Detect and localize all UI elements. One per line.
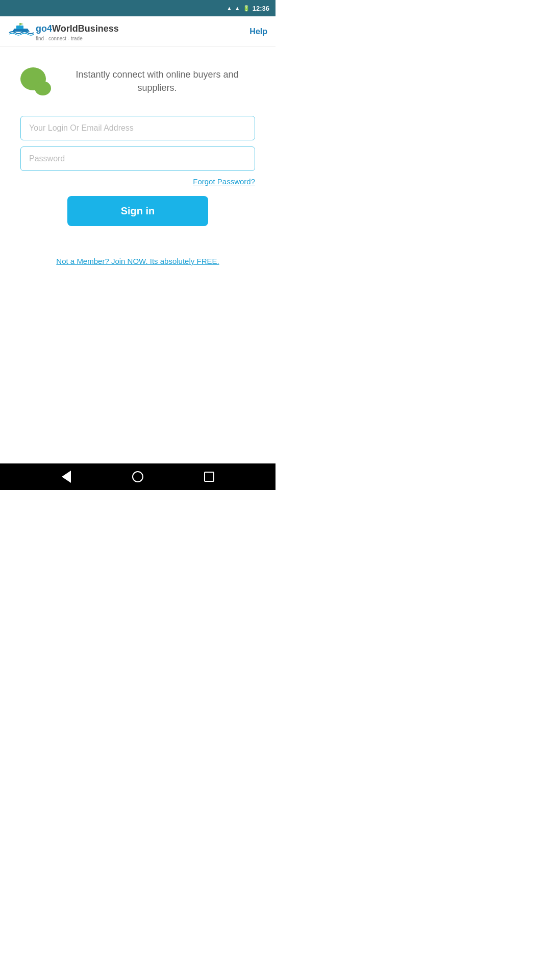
help-link[interactable]: Help — [249, 27, 267, 36]
logo-text-business: Business — [78, 23, 119, 34]
logo: go4WorldBusiness find - connect - trade — [8, 21, 119, 41]
main-content: Instantly connect with online buyers and… — [0, 47, 276, 463]
status-bar: ▲ ▲ 🔋 12:36 — [0, 0, 276, 16]
sign-in-button[interactable]: Sign in — [67, 196, 208, 226]
recents-icon — [204, 472, 214, 482]
logo-text: go4WorldBusiness — [36, 23, 119, 34]
login-form: Forgot Password? Sign in — [20, 116, 255, 226]
back-button[interactable] — [57, 468, 76, 486]
logo-text-go4: go4 — [36, 23, 52, 34]
home-button[interactable] — [129, 468, 147, 486]
password-input[interactable] — [20, 146, 255, 171]
email-input[interactable] — [20, 116, 255, 140]
top-nav: go4WorldBusiness find - connect - trade … — [0, 16, 276, 47]
wifi-icon: ▲ — [227, 5, 232, 11]
logo-main: go4WorldBusiness — [8, 21, 119, 36]
hero-section: Instantly connect with online buyers and… — [20, 67, 255, 95]
logo-ship-icon — [8, 21, 34, 36]
back-icon — [62, 471, 71, 483]
svg-marker-2 — [20, 23, 23, 25]
chat-icon-container — [20, 67, 51, 95]
hero-text: Instantly connect with online buyers and… — [59, 68, 255, 94]
status-icons: ▲ ▲ 🔋 12:36 — [227, 5, 269, 12]
join-link[interactable]: Not a Member? Join NOW. Its absolutely F… — [56, 257, 219, 265]
forgot-password-link[interactable]: Forgot Password? — [193, 177, 255, 186]
logo-text-world: World — [52, 23, 78, 34]
status-time: 12:36 — [253, 5, 269, 12]
join-section: Not a Member? Join NOW. Its absolutely F… — [56, 257, 219, 266]
logo-subtitle: find - connect - trade — [36, 36, 83, 41]
recents-button[interactable] — [200, 468, 218, 486]
chat-bubble-secondary-icon — [35, 81, 51, 95]
svg-rect-0 — [16, 26, 23, 29]
battery-icon: 🔋 — [243, 5, 250, 12]
bottom-nav — [0, 463, 276, 490]
home-icon — [132, 471, 143, 482]
forgot-password-container: Forgot Password? — [20, 177, 255, 186]
signal-icon: ▲ — [235, 5, 240, 11]
